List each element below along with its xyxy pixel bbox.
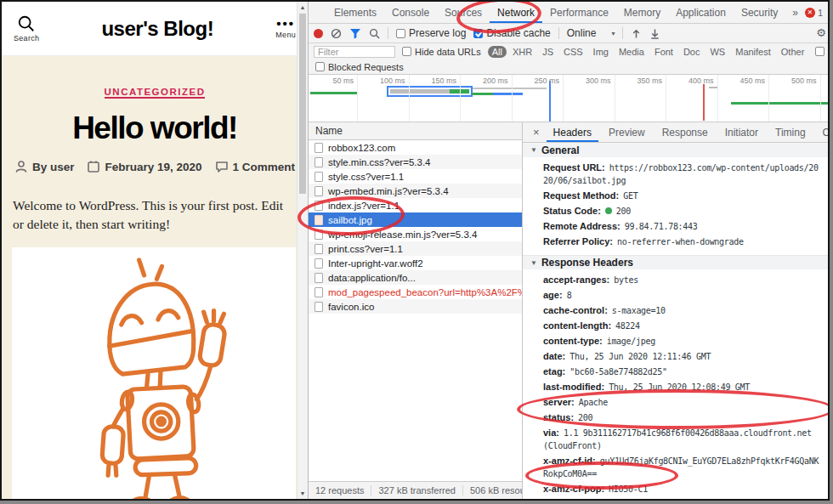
filter-pill-xhr[interactable]: XHR <box>508 46 536 58</box>
filter-pill-manifest[interactable]: Manifest <box>731 46 775 58</box>
timeline-tick-label: 450 ms <box>728 76 765 85</box>
response-last-modified-: last-modified:Thu, 25 Jun 2020 12:08:49 … <box>523 379 830 394</box>
request-row-style-min-css-ver-5-3-4[interactable]: style.min.css?ver=5.3.4 <box>309 155 522 169</box>
overview-bar-gray <box>473 88 547 89</box>
header-name: date: <box>543 351 565 361</box>
request-row-data-application-fo-[interactable]: data:application/fo... <box>309 270 522 285</box>
image-file-icon <box>314 215 323 225</box>
request-row-sailbot-jpg[interactable]: sailbot.jpg <box>309 212 522 227</box>
network-overview[interactable]: 50 ms100 ms150 ms200 ms250 ms300 ms350 m… <box>309 75 830 122</box>
timeline-tick-label: 350 ms <box>625 76 662 85</box>
section-response-headers[interactable]: ▼ Response Headers <box>523 255 830 269</box>
devtools-tab-elements[interactable]: Elements <box>326 2 384 23</box>
details-tab-preview[interactable]: Preview <box>602 122 652 142</box>
timeline-gridline <box>615 75 615 122</box>
request-list-header[interactable]: Name <box>309 122 522 140</box>
post-date-link[interactable]: February 19, 2020 <box>87 160 201 173</box>
section-general[interactable]: ▼ General <box>523 143 830 157</box>
details-close-icon[interactable]: × <box>530 126 543 139</box>
document-file-icon <box>314 302 323 312</box>
blog-scrollbar[interactable]: ▲ ▼ <box>297 2 308 499</box>
devtools-tab-console[interactable]: Console <box>384 2 437 23</box>
details-tab-headers[interactable]: Headers <box>547 122 598 142</box>
preserve-log-checkbox[interactable]: Preserve log <box>396 27 466 39</box>
request-name: robbox123.com <box>328 143 395 153</box>
search-requests-icon[interactable] <box>369 28 380 39</box>
request-name: wp-emoji-release.min.js?ver=5.3.4 <box>328 229 477 240</box>
devtools-tab-application[interactable]: Application <box>668 2 734 23</box>
devtools-pane: ElementsConsoleSourcesNetworkPerformance… <box>308 2 830 499</box>
disable-cache-box[interactable] <box>473 29 483 38</box>
details-tab-timing[interactable]: Timing <box>768 122 813 142</box>
document-file-icon <box>314 172 323 182</box>
disable-cache-checkbox[interactable]: Disable cache <box>473 27 550 39</box>
document-file-icon <box>314 273 323 283</box>
filter-pill-ws[interactable]: WS <box>706 46 729 58</box>
export-har-icon[interactable] <box>649 28 660 39</box>
devtools-tab-network[interactable]: Network <box>490 2 542 23</box>
details-tab-cookies[interactable]: Cookies <box>816 122 830 142</box>
hide-data-urls-checkbox[interactable]: Hide data URLs <box>402 47 481 57</box>
filter-pill-css[interactable]: CSS <box>559 46 587 58</box>
details-tab-initiator[interactable]: Initiator <box>718 122 765 142</box>
request-row-wp-embed-min-js-ver-5-3-4[interactable]: wp-embed.min.js?ver=5.3.4 <box>309 184 522 198</box>
menu-label: Menu <box>275 31 296 39</box>
request-row-index-js-ver-1-1[interactable]: index.js?ver=1.1 <box>309 198 522 212</box>
details-tab-response[interactable]: Response <box>655 122 715 142</box>
response-etag-: etag:"bc60-5a8e774882d25" <box>523 364 830 379</box>
request-row-inter-upright-var-woff2[interactable]: Inter-upright-var.woff2 <box>309 256 522 270</box>
request-row-wp-emoji-release-min-js-ver-5-[interactable]: wp-emoji-release.min.js?ver=5.3.4 <box>309 227 522 241</box>
overview-load-line <box>703 84 705 121</box>
filter-pill-doc[interactable]: Doc <box>679 46 705 58</box>
header-value: 48224 <box>615 321 640 331</box>
request-row-mod-pagespeed-beacon-url-http-[interactable]: mod_pagespeed_beacon?url=http%3A%2F%2Fro… <box>309 285 522 299</box>
network-settings-gear-icon[interactable]: ⚙ <box>816 27 826 39</box>
request-row-favicon-ico[interactable]: favicon.ico <box>309 299 522 314</box>
scrollbar-down-arrow[interactable]: ▼ <box>298 488 308 499</box>
more-tabs-button[interactable]: » <box>787 7 803 19</box>
error-badge[interactable]: ✕ 1 <box>805 8 823 18</box>
response-content-length-: content-length:48224 <box>523 318 830 333</box>
request-row-style-css-ver-1-1[interactable]: style.css?ver=1.1 <box>309 169 522 184</box>
record-button[interactable] <box>314 29 323 38</box>
filter-input[interactable] <box>314 46 395 58</box>
has-blocked-cookies-checkbox[interactable]: Has blocked cookies <box>815 47 830 57</box>
menu-button[interactable]: ••• Menu <box>275 18 296 39</box>
throttling-dropdown[interactable]: Online ▾ <box>567 27 615 39</box>
filter-funnel-icon[interactable] <box>349 28 361 39</box>
filter-pill-js[interactable]: JS <box>538 46 558 58</box>
header-value: "bc60-5a8e774882d25" <box>570 367 666 377</box>
post-image <box>12 247 296 499</box>
request-row-robbox123-com[interactable]: robbox123.com <box>309 140 522 155</box>
screenshot-frame: Search user's Blog! ••• Menu UNCATEGORIZ… <box>0 0 830 501</box>
devtools-tab-sources[interactable]: Sources <box>437 2 490 23</box>
header-name: via: <box>543 428 559 438</box>
devtools-tab-performance[interactable]: Performance <box>542 2 616 23</box>
clear-icon[interactable] <box>331 28 342 39</box>
timeline-tick-label: 150 ms <box>419 76 456 85</box>
header-value: Thu, 25 Jun 2020 12:08:49 GMT <box>609 382 750 392</box>
devtools-tab-memory[interactable]: Memory <box>616 2 668 23</box>
scrollbar-thumb[interactable] <box>299 14 306 194</box>
filter-pill-all[interactable]: All <box>488 46 507 58</box>
category-link[interactable]: UNCATEGORIZED <box>105 87 206 99</box>
header-value: 200 <box>578 413 592 422</box>
author-link[interactable]: By user <box>14 160 75 173</box>
search-button[interactable]: Search <box>14 14 39 42</box>
filter-pill-media[interactable]: Media <box>615 46 649 58</box>
import-har-icon[interactable] <box>631 28 642 39</box>
comments-link[interactable]: 1 Comment <box>215 160 296 173</box>
status-ok-dot-icon <box>605 207 612 214</box>
robot-illustration <box>67 258 241 499</box>
filter-pill-img[interactable]: Img <box>589 46 613 58</box>
preserve-log-box[interactable] <box>396 29 405 38</box>
general-request-url-: Request URL:https://robbox123.com/wp-con… <box>523 160 830 188</box>
request-row-print-css-ver-1-1[interactable]: print.css?ver=1.1 <box>309 241 522 256</box>
blocked-requests-checkbox[interactable]: Blocked Requests <box>315 62 404 72</box>
network-main: Name robbox123.comstyle.min.css?ver=5.3.… <box>309 122 830 499</box>
filter-pill-font[interactable]: Font <box>650 46 677 58</box>
filter-pill-other[interactable]: Other <box>777 46 809 58</box>
network-filter-row: Hide data URLs AllXHRJSCSSImgMediaFontDo… <box>309 43 830 59</box>
scrollbar-up-arrow[interactable]: ▲ <box>298 2 308 13</box>
devtools-tab-security[interactable]: Security <box>734 2 785 23</box>
